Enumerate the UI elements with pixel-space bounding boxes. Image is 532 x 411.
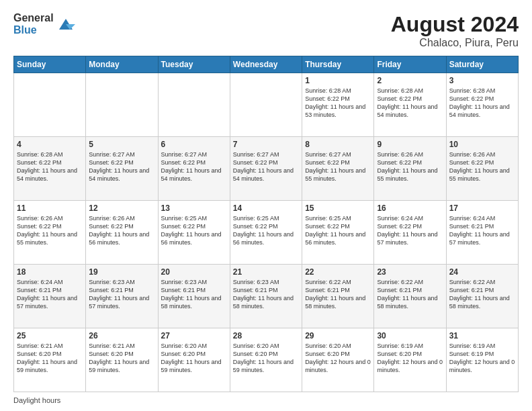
day-number: 18 — [17, 267, 83, 277]
day-info: Sunrise: 6:20 AM Sunset: 6:20 PM Dayligh… — [161, 342, 227, 375]
day-info: Sunrise: 6:19 AM Sunset: 6:20 PM Dayligh… — [377, 342, 443, 375]
day-info: Sunrise: 6:26 AM Sunset: 6:22 PM Dayligh… — [89, 214, 154, 247]
day-number: 4 — [17, 140, 83, 149]
day-cell: 14Sunrise: 6:25 AM Sunset: 6:22 PM Dayli… — [230, 201, 302, 265]
day-info: Sunrise: 6:28 AM Sunset: 6:22 PM Dayligh… — [377, 87, 443, 120]
day-number: 6 — [161, 140, 227, 149]
day-number: 9 — [377, 140, 443, 149]
day-cell: 26Sunrise: 6:21 AM Sunset: 6:20 PM Dayli… — [86, 328, 158, 392]
day-number: 31 — [449, 331, 515, 340]
day-cell: 13Sunrise: 6:25 AM Sunset: 6:22 PM Dayli… — [158, 201, 230, 265]
day-cell: 30Sunrise: 6:19 AM Sunset: 6:20 PM Dayli… — [374, 328, 446, 392]
day-info: Sunrise: 6:25 AM Sunset: 6:22 PM Dayligh… — [233, 214, 299, 247]
day-info: Sunrise: 6:19 AM Sunset: 6:19 PM Dayligh… — [449, 342, 515, 375]
day-info: Sunrise: 6:21 AM Sunset: 6:20 PM Dayligh… — [17, 342, 83, 375]
day-cell — [86, 73, 158, 137]
day-cell — [14, 73, 86, 137]
weekday-header-friday: Friday — [374, 56, 446, 73]
day-cell: 19Sunrise: 6:23 AM Sunset: 6:21 PM Dayli… — [86, 265, 158, 328]
day-number: 23 — [377, 267, 443, 277]
weekday-header-monday: Monday — [86, 56, 158, 73]
daylight-label: Daylight hours — [13, 396, 60, 404]
week-row-2: 4Sunrise: 6:28 AM Sunset: 6:22 PM Daylig… — [14, 137, 519, 201]
day-cell: 29Sunrise: 6:20 AM Sunset: 6:20 PM Dayli… — [302, 328, 374, 392]
weekday-header-thursday: Thursday — [302, 56, 374, 73]
day-number: 7 — [233, 140, 299, 149]
day-number: 1 — [305, 76, 371, 85]
day-info: Sunrise: 6:27 AM Sunset: 6:22 PM Dayligh… — [233, 150, 299, 183]
day-number: 16 — [377, 203, 443, 213]
day-number: 22 — [305, 267, 371, 277]
day-cell — [230, 73, 302, 137]
day-info: Sunrise: 6:28 AM Sunset: 6:22 PM Dayligh… — [449, 87, 515, 120]
day-number: 14 — [233, 203, 299, 213]
day-cell: 15Sunrise: 6:25 AM Sunset: 6:22 PM Dayli… — [302, 201, 374, 265]
day-info: Sunrise: 6:27 AM Sunset: 6:22 PM Dayligh… — [161, 150, 227, 183]
day-cell: 27Sunrise: 6:20 AM Sunset: 6:20 PM Dayli… — [158, 328, 230, 392]
day-number: 24 — [449, 267, 515, 277]
week-row-1: 1Sunrise: 6:28 AM Sunset: 6:22 PM Daylig… — [14, 73, 519, 137]
day-cell: 16Sunrise: 6:24 AM Sunset: 6:22 PM Dayli… — [374, 201, 446, 265]
day-number: 2 — [377, 76, 443, 85]
day-info: Sunrise: 6:20 AM Sunset: 6:20 PM Dayligh… — [305, 342, 371, 375]
day-number: 21 — [233, 267, 299, 277]
day-number: 3 — [449, 76, 515, 85]
day-info: Sunrise: 6:22 AM Sunset: 6:21 PM Dayligh… — [449, 278, 515, 311]
day-info: Sunrise: 6:28 AM Sunset: 6:22 PM Dayligh… — [305, 87, 371, 120]
day-cell: 31Sunrise: 6:19 AM Sunset: 6:19 PM Dayli… — [446, 328, 518, 392]
day-info: Sunrise: 6:26 AM Sunset: 6:22 PM Dayligh… — [377, 150, 443, 183]
day-cell: 11Sunrise: 6:26 AM Sunset: 6:22 PM Dayli… — [14, 201, 86, 265]
weekday-header-tuesday: Tuesday — [158, 56, 230, 73]
day-info: Sunrise: 6:21 AM Sunset: 6:20 PM Dayligh… — [89, 342, 154, 375]
day-cell: 24Sunrise: 6:22 AM Sunset: 6:21 PM Dayli… — [446, 265, 518, 328]
day-info: Sunrise: 6:22 AM Sunset: 6:21 PM Dayligh… — [305, 278, 371, 311]
day-cell: 8Sunrise: 6:27 AM Sunset: 6:22 PM Daylig… — [302, 137, 374, 201]
day-number: 28 — [233, 331, 299, 340]
day-cell: 23Sunrise: 6:22 AM Sunset: 6:21 PM Dayli… — [374, 265, 446, 328]
logo-text: General Blue — [13, 12, 54, 36]
page: General Blue August 2024 Chalaco, Piura,… — [0, 0, 532, 411]
day-info: Sunrise: 6:23 AM Sunset: 6:21 PM Dayligh… — [161, 278, 227, 311]
day-info: Sunrise: 6:26 AM Sunset: 6:22 PM Dayligh… — [449, 150, 515, 183]
day-cell: 12Sunrise: 6:26 AM Sunset: 6:22 PM Dayli… — [86, 201, 158, 265]
day-cell: 3Sunrise: 6:28 AM Sunset: 6:22 PM Daylig… — [446, 73, 518, 137]
weekday-header-row: SundayMondayTuesdayWednesdayThursdayFrid… — [14, 56, 519, 73]
day-info: Sunrise: 6:25 AM Sunset: 6:22 PM Dayligh… — [305, 214, 371, 247]
day-info: Sunrise: 6:23 AM Sunset: 6:21 PM Dayligh… — [89, 278, 154, 311]
day-cell: 17Sunrise: 6:24 AM Sunset: 6:21 PM Dayli… — [446, 201, 518, 265]
day-cell: 7Sunrise: 6:27 AM Sunset: 6:22 PM Daylig… — [230, 137, 302, 201]
day-number: 12 — [89, 203, 154, 213]
day-number: 30 — [377, 331, 443, 340]
day-cell: 1Sunrise: 6:28 AM Sunset: 6:22 PM Daylig… — [302, 73, 374, 137]
day-number: 11 — [17, 203, 83, 213]
day-info: Sunrise: 6:24 AM Sunset: 6:22 PM Dayligh… — [377, 214, 443, 247]
day-cell: 21Sunrise: 6:23 AM Sunset: 6:21 PM Dayli… — [230, 265, 302, 328]
day-cell: 28Sunrise: 6:20 AM Sunset: 6:20 PM Dayli… — [230, 328, 302, 392]
day-info: Sunrise: 6:20 AM Sunset: 6:20 PM Dayligh… — [233, 342, 299, 375]
weekday-header-sunday: Sunday — [14, 56, 86, 73]
title-location: Chalaco, Piura, Peru — [391, 37, 519, 49]
day-cell: 18Sunrise: 6:24 AM Sunset: 6:21 PM Dayli… — [14, 265, 86, 328]
header: General Blue August 2024 Chalaco, Piura,… — [13, 12, 519, 49]
logo-general: General — [13, 12, 54, 24]
day-info: Sunrise: 6:27 AM Sunset: 6:22 PM Dayligh… — [89, 150, 154, 183]
day-number: 25 — [17, 331, 83, 340]
day-info: Sunrise: 6:28 AM Sunset: 6:22 PM Dayligh… — [17, 150, 83, 183]
day-number: 5 — [89, 140, 154, 149]
day-cell: 22Sunrise: 6:22 AM Sunset: 6:21 PM Dayli… — [302, 265, 374, 328]
day-cell: 4Sunrise: 6:28 AM Sunset: 6:22 PM Daylig… — [14, 137, 86, 201]
day-number: 8 — [305, 140, 371, 149]
footer: Daylight hours — [13, 396, 519, 404]
day-info: Sunrise: 6:22 AM Sunset: 6:21 PM Dayligh… — [377, 278, 443, 311]
day-number: 17 — [449, 203, 515, 213]
weekday-header-wednesday: Wednesday — [230, 56, 302, 73]
day-number: 26 — [89, 331, 154, 340]
logo-icon — [56, 15, 75, 34]
day-number: 27 — [161, 331, 227, 340]
calendar-table: SundayMondayTuesdayWednesdayThursdayFrid… — [13, 56, 519, 392]
day-number: 29 — [305, 331, 371, 340]
day-number: 19 — [89, 267, 154, 277]
week-row-3: 11Sunrise: 6:26 AM Sunset: 6:22 PM Dayli… — [14, 201, 519, 265]
week-row-4: 18Sunrise: 6:24 AM Sunset: 6:21 PM Dayli… — [14, 265, 519, 328]
day-info: Sunrise: 6:26 AM Sunset: 6:22 PM Dayligh… — [17, 214, 83, 247]
